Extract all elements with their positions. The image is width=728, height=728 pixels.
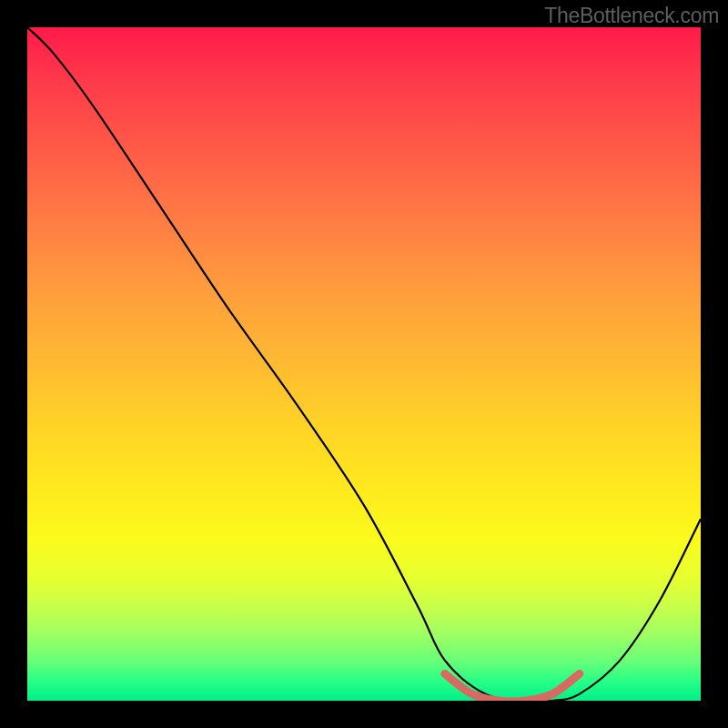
optimal-zone-path (445, 673, 580, 701)
bottleneck-chart (27, 27, 701, 701)
watermark-text: TheBottleneck.com (544, 4, 719, 28)
bottleneck-curve-path (27, 27, 701, 701)
chart-curve-svg (27, 27, 701, 701)
